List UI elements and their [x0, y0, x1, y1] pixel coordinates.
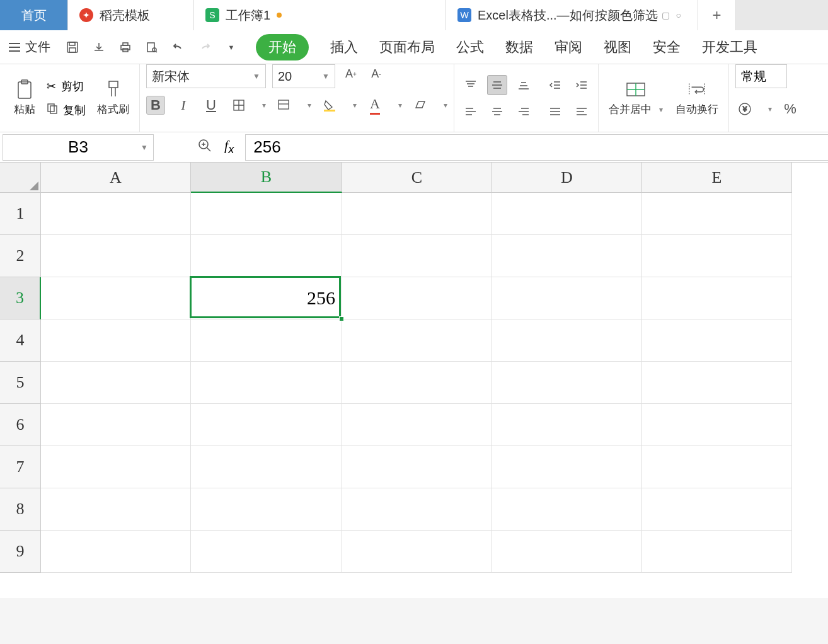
cell-E3[interactable] [642, 277, 792, 319]
merge-center-button[interactable]: 合并居中▾ [605, 77, 667, 119]
cell-E5[interactable] [642, 362, 792, 404]
fx-icon[interactable]: fx [224, 137, 234, 156]
distribute-button[interactable] [572, 101, 592, 122]
cell-C3[interactable] [342, 277, 492, 319]
cell-D2[interactable] [492, 235, 642, 277]
font-size-combo[interactable]: 20 ▼ [272, 64, 335, 88]
eraser-button[interactable] [411, 96, 430, 115]
ribbon-tab-developer[interactable]: 开发工具 [702, 38, 757, 57]
cell-A3[interactable] [41, 277, 191, 319]
cell-C1[interactable] [342, 193, 492, 235]
cell-D3[interactable] [492, 277, 642, 319]
borders-button[interactable] [229, 96, 248, 115]
increase-indent-button[interactable] [572, 75, 592, 95]
select-all-corner[interactable] [0, 163, 41, 193]
row-header-6[interactable]: 6 [0, 404, 41, 446]
align-center-button[interactable] [487, 101, 507, 122]
chevron-down-icon[interactable]: ▾ [768, 105, 772, 113]
ribbon-tab-insert[interactable]: 插入 [330, 38, 358, 57]
column-header-E[interactable]: E [642, 163, 792, 193]
tab-excel-article[interactable]: W Excel表格技...—如何按颜色筛选 ▢ ○ [446, 0, 698, 30]
row-header-5[interactable]: 5 [0, 362, 41, 404]
column-header-C[interactable]: C [342, 163, 492, 193]
wrap-text-button[interactable]: 自动换行 [672, 77, 722, 119]
tab-workbook1[interactable]: S 工作簿1 [194, 0, 446, 30]
copy-button[interactable]: 复制 [44, 101, 88, 119]
fill-color-button[interactable] [320, 96, 339, 115]
undo-icon[interactable] [170, 39, 187, 55]
print-preview-icon[interactable] [144, 39, 160, 55]
cell-A1[interactable] [41, 193, 191, 235]
paste-button[interactable]: 粘贴 [10, 77, 39, 119]
column-header-A[interactable]: A [41, 163, 191, 193]
ribbon-tab-review[interactable]: 审阅 [555, 38, 582, 57]
ribbon-tab-formula[interactable]: 公式 [456, 38, 484, 57]
cell-E8[interactable] [642, 488, 792, 531]
save-icon[interactable] [64, 39, 81, 55]
decrease-indent-button[interactable] [545, 75, 565, 95]
cell-B6[interactable] [191, 404, 342, 446]
row-header-9[interactable]: 9 [0, 531, 41, 573]
underline-button[interactable]: U [202, 96, 221, 115]
cell-D8[interactable] [492, 488, 642, 531]
chevron-down-icon[interactable]: ▾ [262, 101, 266, 110]
column-header-B[interactable]: B [191, 163, 342, 193]
cell-C5[interactable] [342, 362, 492, 404]
decrease-font-icon[interactable]: A- [367, 64, 386, 83]
cell-B3[interactable]: 256 [191, 277, 342, 319]
name-box[interactable]: B3 ▼ [3, 134, 154, 161]
format-painter-button[interactable]: 格式刷 [93, 77, 133, 119]
zoom-fx-icon[interactable] [198, 139, 212, 155]
italic-button[interactable]: I [174, 96, 193, 115]
cut-button[interactable]: ✂ 剪切 [44, 78, 88, 95]
cell-A9[interactable] [41, 531, 191, 573]
cell-A6[interactable] [41, 404, 191, 446]
ribbon-tab-start[interactable]: 开始 [256, 34, 309, 60]
cell-E6[interactable] [642, 404, 792, 446]
percent-button[interactable]: % [781, 100, 800, 118]
cell-E9[interactable] [642, 531, 792, 573]
align-bottom-button[interactable] [514, 75, 534, 95]
qat-dropdown-icon[interactable]: ▼ [223, 39, 239, 55]
chevron-down-icon[interactable]: ▾ [444, 101, 447, 110]
ribbon-tab-view[interactable]: 视图 [604, 38, 631, 57]
cell-B9[interactable] [191, 531, 342, 573]
ribbon-tab-security[interactable]: 安全 [653, 38, 681, 57]
cell-B1[interactable] [191, 193, 342, 235]
tab-docell-templates[interactable]: ✦ 稻壳模板 [68, 0, 194, 30]
row-header-7[interactable]: 7 [0, 446, 41, 488]
row-header-8[interactable]: 8 [0, 488, 41, 531]
cell-C6[interactable] [342, 404, 492, 446]
font-color-button[interactable]: A [365, 96, 384, 115]
tab-home[interactable]: 首页 [0, 0, 68, 30]
chevron-down-icon[interactable]: ▾ [353, 101, 357, 110]
ribbon-tab-page-layout[interactable]: 页面布局 [379, 38, 435, 57]
cell-C7[interactable] [342, 446, 492, 488]
cell-C4[interactable] [342, 319, 492, 362]
align-middle-button[interactable] [487, 75, 507, 95]
cell-A8[interactable] [41, 488, 191, 531]
increase-font-icon[interactable]: A+ [342, 64, 360, 83]
cell-D4[interactable] [492, 319, 642, 362]
align-right-button[interactable] [514, 101, 534, 122]
cell-A7[interactable] [41, 446, 191, 488]
cell-A4[interactable] [41, 319, 191, 362]
print-icon[interactable] [117, 39, 134, 55]
tab-detach-icon[interactable]: ▢ [662, 10, 670, 20]
cell-B7[interactable] [191, 446, 342, 488]
justify-button[interactable] [545, 101, 565, 122]
chevron-down-icon[interactable]: ▾ [308, 101, 311, 110]
ribbon-tab-data[interactable]: 数据 [505, 38, 533, 57]
output-icon[interactable] [91, 39, 107, 55]
currency-button[interactable]: ¥ [735, 100, 754, 118]
cell-D5[interactable] [492, 362, 642, 404]
redo-icon[interactable] [197, 39, 213, 55]
cell-B8[interactable] [191, 488, 342, 531]
cell-D7[interactable] [492, 446, 642, 488]
bold-button[interactable]: B [146, 96, 165, 115]
column-header-D[interactable]: D [492, 163, 642, 193]
cell-E2[interactable] [642, 235, 792, 277]
new-tab-button[interactable]: + [698, 0, 736, 30]
cell-style-button[interactable] [275, 96, 294, 115]
align-left-button[interactable] [461, 101, 481, 122]
